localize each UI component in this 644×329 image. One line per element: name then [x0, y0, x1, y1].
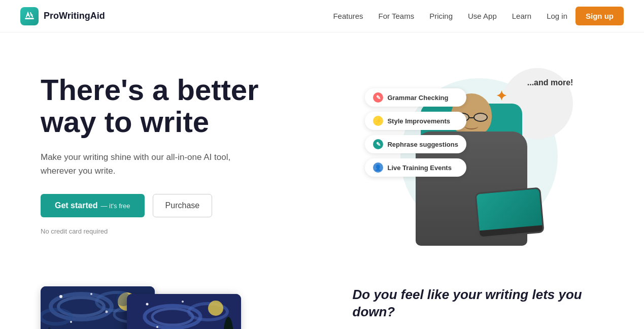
section2-text: Do you feel like your writing lets you d…	[353, 276, 604, 329]
badge-training: 👤 Live Training Events	[365, 158, 466, 177]
badge-grammar-icon: ✎	[373, 92, 383, 103]
nav-link-for-teams[interactable]: For Teams	[379, 12, 415, 20]
sparkle-icon: ✦	[496, 88, 507, 104]
navbar: ProWritingAid Features For Teams Pricing…	[0, 0, 644, 32]
brand-name: ProWritingAid	[44, 11, 105, 21]
starry-night-2-svg	[127, 294, 241, 329]
signup-button[interactable]: Sign up	[575, 7, 624, 25]
nav-item-learn[interactable]: Learn	[512, 12, 531, 21]
person-smile	[465, 123, 478, 129]
badge-rephrase-icon: ✎	[373, 139, 383, 149]
artwork-stack: My idea in my head	[41, 286, 244, 329]
artwork-front: My idea in my head	[127, 294, 241, 329]
logo-area[interactable]: ProWritingAid	[20, 7, 105, 25]
section2-artwork: My idea in my head	[41, 276, 322, 329]
svg-point-11	[106, 311, 108, 313]
nav-item-for-teams[interactable]: For Teams	[379, 12, 415, 21]
logo-icon	[20, 7, 39, 25]
laptop-screen	[477, 189, 543, 231]
svg-point-24	[208, 301, 223, 316]
nav-actions: Log in Sign up	[547, 7, 624, 25]
purchase-button[interactable]: Purchase	[153, 194, 213, 217]
nav-links: Features For Teams Pricing Use App Learn	[333, 12, 531, 21]
svg-point-9	[59, 295, 62, 298]
badge-rephrase: ✎ Rephrase suggestions	[365, 135, 466, 153]
hero-subtitle: Make your writing shine with our all-in-…	[41, 150, 254, 178]
get-started-button[interactable]: Get started — it's free	[41, 194, 145, 217]
section2: My idea in my head Do you feel like your…	[0, 266, 644, 329]
person-laptop	[475, 187, 545, 239]
glasses-right	[473, 113, 488, 122]
glasses-bridge	[469, 117, 473, 118]
nav-item-pricing[interactable]: Pricing	[429, 12, 453, 21]
nav-link-use-app[interactable]: Use App	[468, 12, 497, 20]
nav-item-use-app[interactable]: Use App	[468, 12, 497, 21]
svg-point-26	[182, 301, 184, 303]
feature-badges: ✎ Grammar Checking ⚡ Style Improvements …	[365, 88, 466, 177]
svg-point-27	[156, 326, 158, 328]
nav-item-features[interactable]: Features	[333, 12, 363, 21]
badge-style: ⚡ Style Improvements	[365, 112, 466, 130]
hero-cta-group: Get started — it's free Purchase	[41, 194, 350, 217]
login-button[interactable]: Log in	[547, 12, 567, 20]
badge-training-icon: 👤	[373, 162, 383, 173]
no-credit-text: No credit card required	[41, 227, 350, 235]
nav-link-learn[interactable]: Learn	[512, 12, 531, 20]
nav-link-pricing[interactable]: Pricing	[429, 12, 453, 20]
hero-title: There's a better way to write	[41, 74, 350, 139]
hero-section: There's a better way to write Make your …	[0, 32, 644, 266]
svg-point-12	[70, 321, 72, 323]
svg-rect-0	[25, 18, 34, 19]
badge-style-icon: ⚡	[373, 116, 383, 126]
svg-point-25	[146, 303, 149, 306]
and-more-label: ...and more!	[527, 78, 573, 87]
svg-point-10	[90, 293, 92, 295]
hero-illustration: ✎ Grammar Checking ⚡ Style Improvements …	[350, 63, 603, 246]
nav-link-features[interactable]: Features	[333, 12, 363, 20]
badge-grammar: ✎ Grammar Checking	[365, 88, 466, 107]
section2-title: Do you feel like your writing lets you d…	[353, 286, 604, 321]
hero-content: There's a better way to write Make your …	[41, 74, 350, 236]
